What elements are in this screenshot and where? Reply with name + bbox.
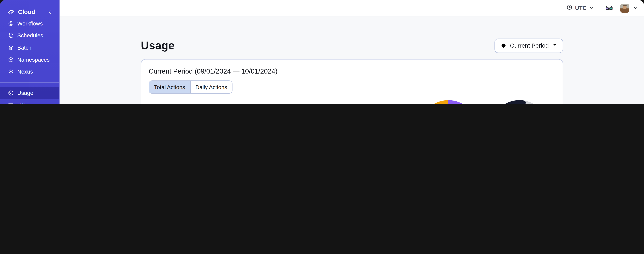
tab-total-actions[interactable]: Total Actions xyxy=(149,81,190,93)
total-actions-donut: 4.7 MM Total Actions xyxy=(419,100,478,104)
sidebar-item-label: Nexus xyxy=(17,69,33,75)
usage-gauge-icon xyxy=(8,90,14,96)
billing-card-icon xyxy=(8,102,14,104)
sidebar-item-schedules[interactable]: Schedules xyxy=(0,30,59,42)
stopwatch-icon xyxy=(500,42,507,50)
avatar[interactable] xyxy=(620,4,629,12)
sidebar-item-billing[interactable]: Billing xyxy=(0,99,59,104)
page-title: Usage xyxy=(141,39,174,52)
tab-daily-actions[interactable]: Daily Actions xyxy=(190,81,232,93)
timezone-label: UTC xyxy=(575,5,586,11)
actions-tab-group: Total ActionsDaily Actions xyxy=(149,80,232,94)
app-window: Cloud WorkflowsSchedulesBatchNamespacesN… xyxy=(0,0,644,104)
sidebar-item-label: Billing xyxy=(17,102,32,104)
workflows-icon xyxy=(8,20,14,27)
sidebar-item-label: Namespaces xyxy=(17,57,50,63)
total-storage-donut: 0 GB/Day Total Storage xyxy=(490,100,548,104)
namespaces-icon xyxy=(8,57,14,63)
sidebar-item-namespaces[interactable]: Namespaces xyxy=(0,54,59,66)
sidebar-divider xyxy=(0,83,59,83)
content: Usage Current Period xyxy=(60,16,644,104)
sidebar-item-label: Workflows xyxy=(17,20,43,27)
nexus-icon xyxy=(8,69,14,75)
chevron-down-icon xyxy=(552,42,557,49)
topbar: UTC xyxy=(60,0,644,16)
period-button-label: Current Period xyxy=(510,42,549,49)
cloud-orbit-icon xyxy=(8,8,15,15)
timezone-selector[interactable]: UTC xyxy=(566,4,594,12)
usage-card-title: Current Period (09/01/2024 — 10/01/2024) xyxy=(149,67,555,75)
batch-icon xyxy=(8,44,14,51)
sidebar-item-batch[interactable]: Batch xyxy=(0,42,59,54)
chevron-down-icon xyxy=(589,4,594,12)
usage-summary-card: Current Period (09/01/2024 — 10/01/2024)… xyxy=(141,59,563,104)
sidebar-item-label: Schedules xyxy=(17,33,43,39)
sidebar-header-cloud[interactable]: Cloud xyxy=(0,6,59,18)
sidebar-item-nexus[interactable]: Nexus xyxy=(0,66,59,78)
schedules-icon xyxy=(8,33,14,39)
period-dropdown-button[interactable]: Current Period xyxy=(494,38,563,53)
chevron-down-icon[interactable] xyxy=(633,5,638,11)
sidebar-item-label: Usage xyxy=(17,90,33,96)
sidebar: Cloud WorkflowsSchedulesBatchNamespacesN… xyxy=(0,0,60,104)
sidebar-item-workflows[interactable]: Workflows xyxy=(0,18,59,30)
clock-icon xyxy=(566,4,573,12)
sidebar-item-usage[interactable]: Usage xyxy=(0,87,59,99)
sidebar-header-label: Cloud xyxy=(18,8,46,15)
sidebar-item-label: Batch xyxy=(17,44,32,51)
main-area: UTC xyxy=(60,0,644,104)
glasses-icon[interactable] xyxy=(604,4,614,12)
sidebar-collapse-button[interactable] xyxy=(46,8,53,16)
